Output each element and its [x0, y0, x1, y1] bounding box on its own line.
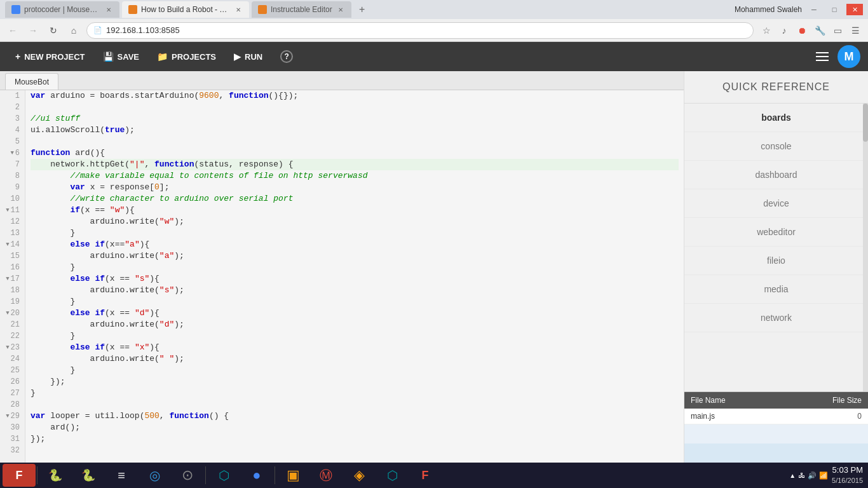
taskbar-python1[interactable]: 🐍 — [39, 464, 72, 487]
code-line-10[interactable]: //write character to arduino over serial… — [31, 193, 679, 205]
taskbar-chrome[interactable]: ● — [240, 464, 273, 487]
code-line-20[interactable]: else if(x == "d"){ — [31, 308, 679, 319]
code-line-13[interactable]: } — [31, 227, 679, 239]
file-panel-header: File Name File Size — [684, 392, 868, 409]
taskbar-flash2[interactable]: F — [409, 464, 442, 487]
quick-ref-item-fileio[interactable]: fileio — [684, 247, 868, 275]
line-number-29: ▼29 — [0, 410, 25, 422]
code-line-23[interactable]: else if(x == "x"){ — [31, 342, 679, 353]
projects-button[interactable]: 📁 PROJECTS — [149, 48, 224, 65]
code-line-6[interactable]: function ard(){ — [31, 147, 679, 159]
forward-button[interactable]: → — [25, 23, 41, 38]
code-line-25[interactable]: } — [31, 365, 679, 376]
taskbar-arduino2[interactable]: ⬡ — [376, 464, 409, 487]
tab-instructable[interactable]: Instructable Editor ✕ — [252, 1, 351, 18]
quick-ref-item-device[interactable]: device — [684, 189, 868, 218]
close-button[interactable]: ✕ — [846, 4, 863, 15]
line-number-13: 13 — [0, 227, 25, 239]
code-line-22[interactable]: } — [31, 330, 679, 342]
save-button[interactable]: 💾 SAVE — [95, 48, 147, 65]
quick-ref-item-webeditor[interactable]: webeditor — [684, 218, 868, 247]
help-button[interactable]: ? — [273, 46, 301, 67]
code-line-27[interactable]: } — [31, 388, 679, 399]
fold-arrow-29[interactable]: ▼ — [6, 410, 9, 422]
quick-ref-scrollbar[interactable] — [863, 104, 868, 391]
taskbar-arduino1[interactable]: ⬡ — [207, 464, 240, 487]
code-line-1[interactable]: var arduino = boards.startArduino(9600, … — [31, 90, 679, 102]
back-button[interactable]: ← — [5, 23, 20, 38]
user-avatar[interactable]: M — [837, 45, 860, 68]
code-line-7[interactable]: network.httpGet("|", function(status, re… — [31, 159, 679, 170]
code-line-28[interactable] — [31, 399, 679, 410]
editor-tab-mousebot[interactable]: MouseBot — [5, 73, 58, 90]
file-panel-row-main[interactable]: main.js 0 — [684, 409, 868, 424]
tab-close-instructable[interactable]: ✕ — [336, 5, 345, 14]
minimize-button[interactable]: ─ — [806, 4, 822, 15]
code-line-2[interactable] — [31, 102, 679, 113]
tab-close-robot[interactable]: ✕ — [234, 5, 243, 14]
code-line-32[interactable] — [31, 445, 679, 456]
code-line-4[interactable]: ui.allowScroll(true); — [31, 125, 679, 136]
line-number-26: 26 — [0, 376, 25, 388]
screen-button[interactable]: ▭ — [830, 23, 845, 38]
tab-close-protocoder[interactable]: ✕ — [104, 5, 113, 14]
code-line-29[interactable]: var looper = util.loop(500, function() { — [31, 410, 679, 422]
fold-arrow-17[interactable]: ▼ — [6, 273, 9, 285]
code-line-18[interactable]: arduino.write("s"); — [31, 285, 679, 296]
hamburger-button[interactable] — [812, 46, 832, 67]
code-line-17[interactable]: else if(x == "s"){ — [31, 273, 679, 285]
new-tab-button[interactable]: + — [354, 1, 370, 18]
quick-ref-scrollbar-thumb[interactable] — [863, 104, 868, 142]
taskbar-app2[interactable]: Ⓜ — [309, 464, 342, 487]
quick-ref-item-boards[interactable]: boards — [684, 104, 868, 132]
tab-favicon-protocoder — [11, 5, 20, 14]
fold-arrow-14[interactable]: ▼ — [6, 239, 9, 250]
fold-arrow-11[interactable]: ▼ — [6, 205, 9, 216]
code-content[interactable]: var arduino = boards.startArduino(9600, … — [25, 90, 684, 463]
refresh-button[interactable]: ↻ — [46, 23, 61, 38]
taskbar-python2[interactable]: 🐍 — [72, 464, 105, 487]
code-line-31[interactable]: }); — [31, 433, 679, 445]
taskbar-files[interactable]: ▣ — [276, 464, 309, 487]
code-line-12[interactable]: arduino.write("w"); — [31, 216, 679, 227]
code-line-19[interactable]: } — [31, 296, 679, 308]
quick-ref-item-dashboard[interactable]: dashboard — [684, 161, 868, 189]
fold-arrow-6[interactable]: ▼ — [10, 147, 13, 159]
code-line-26[interactable]: }); — [31, 376, 679, 388]
code-line-9[interactable]: var x = response[0]; — [31, 182, 679, 193]
taskbar-github[interactable]: ⊙ — [171, 464, 204, 487]
code-line-21[interactable]: arduino.write("d"); — [31, 319, 679, 330]
code-line-30[interactable]: ard(); — [31, 422, 679, 433]
taskbar-flash[interactable]: F — [3, 464, 36, 487]
extension-button[interactable]: 🔧 — [812, 23, 827, 38]
music-button[interactable]: ♪ — [776, 23, 792, 38]
taskbar-app1[interactable]: ◎ — [138, 464, 171, 487]
code-line-15[interactable]: arduino.write("a"); — [31, 250, 679, 262]
code-line-5[interactable] — [31, 136, 679, 147]
taskbar-app3[interactable]: ◈ — [342, 464, 376, 487]
code-line-3[interactable]: //ui stuff — [31, 113, 679, 125]
address-input[interactable]: 📄 192.168.1.103:8585 — [86, 22, 754, 39]
code-line-16[interactable]: } — [31, 262, 679, 273]
menu-button[interactable]: ☰ — [848, 23, 863, 38]
code-line-24[interactable]: arduino.write(" "); — [31, 353, 679, 365]
run-button[interactable]: ▶ RUN — [226, 48, 270, 65]
new-project-button[interactable]: + NEW PROJECT — [8, 48, 93, 65]
fold-arrow-20[interactable]: ▼ — [6, 308, 9, 319]
taskbar-git[interactable]: ≡ — [105, 464, 138, 487]
code-line-14[interactable]: else if(x=="a"){ — [31, 239, 679, 250]
record-button[interactable]: ⏺ — [794, 23, 810, 38]
code-line-8[interactable]: //make variable equal to contents of fil… — [31, 170, 679, 182]
code-editor[interactable]: 12345▼678910▼111213▼141516▼171819▼202122… — [0, 90, 684, 463]
bookmark-button[interactable]: ☆ — [759, 23, 774, 38]
quick-ref-item-network[interactable]: network — [684, 304, 868, 332]
home-button[interactable]: ⌂ — [66, 23, 81, 38]
file-panel-empty-1 — [684, 424, 868, 444]
quick-ref-item-media[interactable]: media — [684, 275, 868, 304]
code-line-11[interactable]: if(x == "w"){ — [31, 205, 679, 216]
maximize-button[interactable]: □ — [826, 4, 843, 15]
quick-ref-item-console[interactable]: console — [684, 132, 868, 161]
fold-arrow-23[interactable]: ▼ — [6, 342, 9, 353]
tab-protocoder[interactable]: protocoder | MouseBot ✕ — [5, 1, 119, 18]
tab-how-build-robot[interactable]: How to Build a Robot - Th... ✕ — [122, 1, 249, 18]
